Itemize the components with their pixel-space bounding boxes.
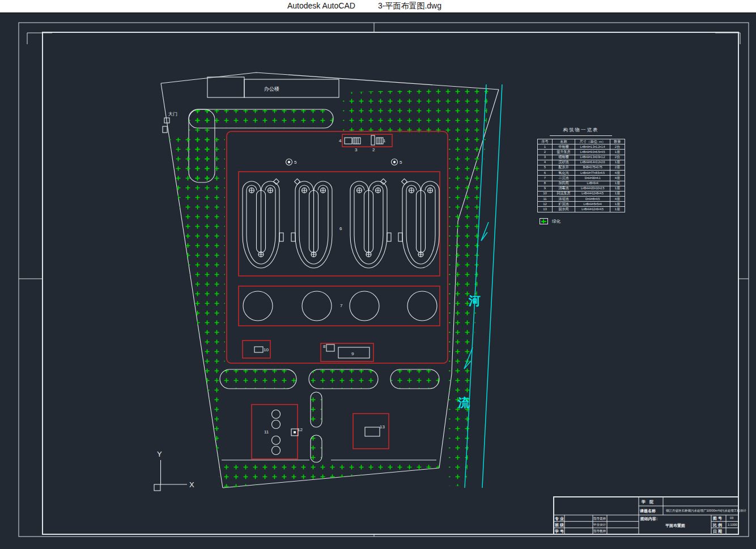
table-cell: 1座 [610,181,625,186]
table-cell: 序号 [538,139,553,144]
unit-label-9: 9 [351,351,354,356]
tb-left-label: 学 号 [555,529,564,534]
table-row: 8加药间L×B=6×41座 [538,181,625,186]
greening-swatch-icon [540,218,548,224]
table-cell: 3 [538,155,553,160]
table-cell: 2 [538,150,553,155]
table-cell: 12 [538,202,553,207]
table-cell: 中格栅 [553,144,575,150]
table-cell: L×B×H=20×10×2.5 [575,186,610,191]
table-cell: 回流泵房 [553,191,575,196]
table-cell: 贮泥池 [553,202,575,207]
structures-table-title: 构筑物一览表 [537,127,625,135]
table-cell: L×B×H=6.4×3.2×2.6 [575,160,610,165]
table-cell: 1座 [610,160,625,165]
drawing-viewport[interactable]: 办公楼 大门 [0,0,756,549]
scale-value: 1:1000 [728,523,737,526]
thickening-tanks [252,405,298,459]
table-cell: D×H=30×4.1 [575,176,610,181]
legend: 绿化 [540,218,560,224]
table-row: 7二沉池D×H=30×4.14座 [538,176,625,181]
unit-label-3: 3 [355,147,358,152]
table-row: 13脱水间L×B×H=12×6×4.51座 [538,207,625,212]
project-label: 课题名称 [639,509,656,513]
table-cell: 配水井 [553,165,575,170]
unit-label-4: 4 [339,138,342,143]
dewatering-room [353,414,389,449]
table-cell: 11 [538,197,553,202]
table-cell: L×B×H=77×8.5×4.5 [575,171,610,176]
secondary-clarifiers [239,286,440,326]
scale-label: 比 例 [713,522,722,527]
table-cell: 1座 [610,207,625,212]
unit-label-1: 1 [383,138,386,143]
table-cell: 名称 [553,139,575,144]
content-value: 平面布置图 [665,523,685,528]
table-cell: 2台 [610,144,625,150]
table-cell: 1座 [610,191,625,196]
table-cell: L×B×H=1.3×0.9×1.2 [575,155,610,160]
table-cell: L×B=6×4 [575,181,610,186]
table-cell: 细格栅 [553,155,575,160]
autocad-window: Autodesk AutoCAD 3-平面布置图.dwg [0,0,756,549]
table-cell: 13 [538,207,553,212]
table-row: 9消毒池L×B×H=20×10×2.51座 [538,186,625,191]
table-row: 4沉砂池L×B×H=6.4×3.2×2.61座 [538,160,625,165]
table-cell: 2座 [610,165,625,170]
table-cell: 1 [538,144,553,150]
axis-y-label: Y [157,450,162,458]
flow-arrow-icon [481,222,489,241]
legend-label: 绿化 [552,219,560,224]
table-cell: 1座 [610,150,625,155]
unit-label-13: 13 [380,424,385,429]
plant-compound [227,131,448,363]
river-char-1: 河 [468,294,481,307]
axis-x-label: X [189,480,194,489]
table-row: 12贮泥池L×B×H=5×5×41座 [538,202,625,207]
table-row: 5配水井B×B=0.75×0.752座 [538,165,625,170]
tb-left-label2: 指导教师 [593,529,606,533]
table-cell: 提升泵房 [553,150,575,155]
table-cell: 7 [538,176,553,181]
table-cell: L×B×H=12×6×4.5 [575,207,610,212]
table-cell: L×B×H=12×8×4.5 [575,191,610,196]
title-underline [550,135,612,136]
table-cell: 9 [538,186,553,191]
table-cell: 1座 [610,186,625,191]
table-cell: 氧化沟 [553,171,575,176]
table-cell: 加药间 [553,181,575,186]
unit-label-12: 12 [298,427,303,432]
table-cell: D×H=8×4.5 [575,197,610,202]
landscape-areas [169,87,489,488]
unit-label-7: 7 [340,303,343,308]
table-row: 2提升泵房L×B×H=9.0×6.5×4.51座 [538,150,625,155]
drawing-no-value: 03 [730,516,733,520]
river-char-2: 流 [457,396,470,409]
tb-left-label: 班 级 [554,523,564,527]
main-gate: 大门 [163,112,177,133]
table-row: 10回流泵房L×B×H=12×8×4.51座 [538,191,625,196]
table-cell: 二沉池 [553,176,575,181]
table-cell: 10 [538,191,553,196]
table-row: 6氧化沟L×B×H=77×8.5×4.54座 [538,171,625,176]
table-cell: 4座 [610,197,625,202]
unit-label-5: 5 [294,160,297,165]
content-label: 图纸内容: [640,516,657,521]
unit-label-11: 11 [264,429,269,435]
table-cell: 4座 [610,171,625,176]
table-cell: 数量 [610,139,625,144]
table-cell: 脱水间 [553,207,575,212]
table-cell: 尺寸（单位: m） [575,139,610,144]
school-label: 学 院 [642,500,653,504]
table-cell: 2台 [610,155,625,160]
title-block: 学 院 课题名称 镇江丹徒区石桥镇污水处理厂10000m³/d污水处理工程设计 … [554,497,746,534]
tb-left-label2: 毕业设计 [593,523,606,526]
unit-label-10: 10 [264,347,269,352]
table-cell: 6 [538,171,553,176]
gate-label: 大门 [168,112,177,117]
dosing-disinfection [321,343,373,361]
structures-table-grid: 序号名称尺寸（单位: m）数量1中格栅L×B×H=1.3×1.2×1.42台2提… [537,139,625,212]
tb-left-label: 专 业 [554,516,564,521]
date-label: 日 期 [713,529,722,534]
table-cell: L×B×H=9.0×6.5×4.5 [575,150,610,155]
